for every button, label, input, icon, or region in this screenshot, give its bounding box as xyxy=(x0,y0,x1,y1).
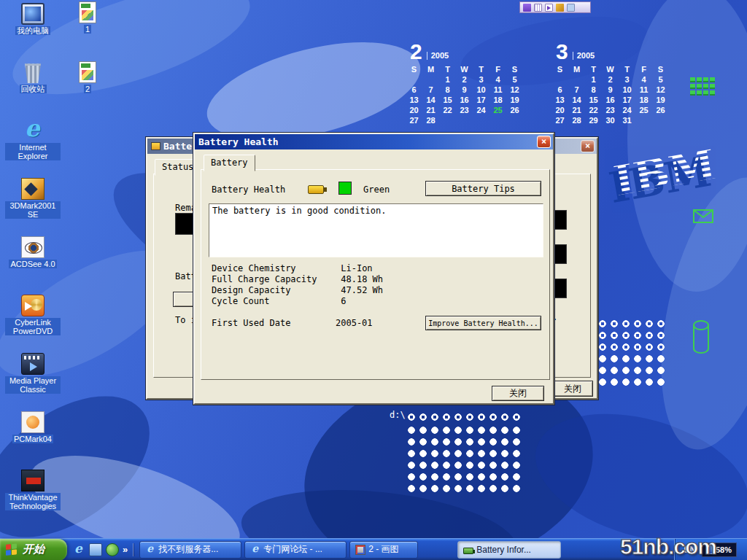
calendar-day xyxy=(506,115,523,125)
calendar-day xyxy=(652,115,669,125)
desktop-icon[interactable]: 回收站 xyxy=(4,61,61,120)
calendar-day: 18 xyxy=(635,95,652,105)
desktop-small-icon[interactable] xyxy=(89,543,102,556)
calendar-day: 23 xyxy=(602,105,619,115)
dialog-titlebar[interactable]: Battery Health xyxy=(195,134,553,149)
calendar-day: 6 xyxy=(406,85,422,95)
file-icon[interactable]: 1 xyxy=(71,1,104,61)
player-small-icon[interactable] xyxy=(106,543,119,556)
ie-small-icon[interactable] xyxy=(72,543,85,556)
desktop-icon[interactable]: 3DMark2001 SE xyxy=(4,178,61,236)
calendar-day: 19 xyxy=(506,95,523,105)
desktop-icon-label: ThinkVantage Technologies xyxy=(5,493,61,510)
chevron-icon[interactable]: » xyxy=(123,544,128,555)
calendar-day: 5 xyxy=(652,74,669,85)
calendar-day: 7 xyxy=(568,85,585,95)
start-label: 开始 xyxy=(23,542,44,556)
desktop-icon[interactable]: Media Player Classic xyxy=(4,353,61,411)
ime-sound-icon[interactable] xyxy=(545,4,553,12)
calendar-day: 3 xyxy=(473,74,489,85)
taskbar-task[interactable]: 找不到服务器... xyxy=(139,541,241,559)
desktop-icon[interactable]: ACDSee 4.0 xyxy=(4,236,61,295)
health-status-swatch xyxy=(338,182,352,195)
improve-battery-health-button[interactable]: Improve Battery Health... xyxy=(425,316,541,330)
start-button[interactable]: 开始 xyxy=(0,539,67,560)
tab-panel: Battery Health Green Battery Tips The ba… xyxy=(201,169,550,380)
close-button[interactable]: 关闭 xyxy=(492,386,544,401)
calendar-day: 31 xyxy=(619,115,635,125)
spec-row: Design Capacity 47.52 Wh xyxy=(212,285,541,296)
desktop-icon[interactable]: ThinkVantage Technologies xyxy=(4,470,61,528)
calendar-day: 13 xyxy=(551,95,568,105)
first-used-value: 2005-01 xyxy=(336,318,373,328)
calendar-day: 4 xyxy=(489,74,506,85)
ime-pen-icon[interactable] xyxy=(556,4,564,12)
calendar-day: 26 xyxy=(506,105,523,115)
calendar-weekday-row: SMTWTFS xyxy=(551,64,676,74)
ime-toolbar[interactable] xyxy=(519,1,591,13)
windows-flag-icon xyxy=(6,543,18,556)
calendar-month-number: 2 xyxy=(410,42,422,61)
close-icon[interactable] xyxy=(537,136,551,148)
desktop-icon[interactable]: 我的电脑 xyxy=(4,3,61,61)
calendar-day: 11 xyxy=(635,85,652,95)
calendar-day: 8 xyxy=(585,85,602,95)
calendar-day: 11 xyxy=(489,85,506,95)
acdsee-icon xyxy=(21,236,44,258)
taskbar-task[interactable]: 专门网论坛 - ... xyxy=(244,541,347,559)
ime-keyboard-icon[interactable] xyxy=(534,4,542,12)
calendar-day: 9 xyxy=(602,85,619,95)
calendar-weekday: M xyxy=(568,64,585,74)
powerdvd-icon xyxy=(21,295,44,316)
ime-lang-icon[interactable] xyxy=(523,4,531,12)
envelope-icon xyxy=(693,209,713,224)
desktop-icon[interactable]: Internet Explorer xyxy=(4,120,61,178)
calendar-day: 17 xyxy=(473,95,489,105)
dot-pattern xyxy=(406,411,522,423)
desktop-icon-label: 3DMark2001 SE xyxy=(5,201,61,219)
keypad-icon xyxy=(690,77,715,96)
calendar-year: 2005 xyxy=(573,52,595,60)
calendar-day: 13 xyxy=(406,95,422,105)
ie-task-icon xyxy=(145,545,155,555)
jpg-file-icon xyxy=(79,1,96,23)
calendar-day: 15 xyxy=(585,95,602,105)
calendar-day: 26 xyxy=(652,105,669,115)
calendar-weekday: S xyxy=(506,64,523,74)
desktop-icon[interactable]: CyberLink PowerDVD xyxy=(4,295,61,353)
calendar-day: 27 xyxy=(551,115,568,125)
condition-textbox[interactable]: The battery is in good condition. xyxy=(209,203,543,257)
file-icon[interactable]: 2 xyxy=(71,61,104,121)
close-button[interactable]: 关闭 xyxy=(552,381,593,397)
calendar-weekday: T xyxy=(619,64,635,74)
calendar-day: 22 xyxy=(439,105,456,115)
calendar-day xyxy=(406,74,422,85)
calendar-day: 25 xyxy=(635,105,652,115)
task-label: Battery Infor... xyxy=(476,545,531,555)
taskbar-task[interactable]: 2 - 画图 xyxy=(349,541,418,559)
internet-explorer-icon xyxy=(21,120,44,141)
ime-options-icon[interactable] xyxy=(567,4,575,12)
calendar-day: 17 xyxy=(619,95,635,105)
battery-tips-button[interactable]: Battery Tips xyxy=(425,181,541,196)
calendar-weekday: W xyxy=(456,64,473,74)
close-icon[interactable] xyxy=(581,140,595,152)
spec-label: Cycle Count xyxy=(212,296,336,307)
desktop-icon[interactable]: PCMark04 xyxy=(4,411,61,470)
spec-label: Device Chemistry xyxy=(212,263,336,274)
quick-launch: » xyxy=(67,543,133,556)
calendar-day: 24 xyxy=(619,105,635,115)
calendar-day: 18 xyxy=(489,95,506,105)
spec-row: Cycle Count 6 xyxy=(212,296,541,307)
spec-row: Device Chemistry Li-Ion xyxy=(212,263,541,274)
calendar-day: 28 xyxy=(568,115,585,125)
calendar-day xyxy=(456,115,473,125)
tab-battery[interactable]: Battery xyxy=(204,155,255,171)
spec-label: Full Charge Capacity xyxy=(212,274,336,285)
taskbar-task[interactable]: Battery Infor... xyxy=(457,541,561,559)
calendar-day: 6 xyxy=(551,85,568,95)
calendar-day: 8 xyxy=(439,85,456,95)
calendar-day: 1 xyxy=(585,74,602,85)
mark3d-icon xyxy=(21,178,44,200)
calendar-days-grid: 1234567891011121314151617181920212223242… xyxy=(551,74,676,125)
